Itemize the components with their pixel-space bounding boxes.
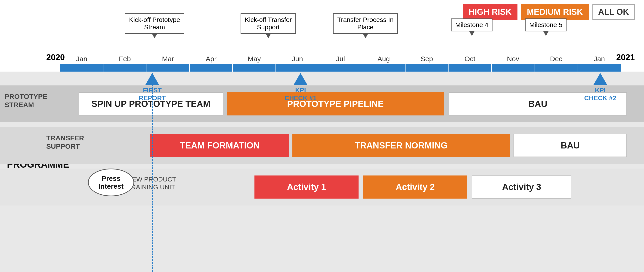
month-mar: Mar — [146, 55, 190, 64]
milestone-kpi1: KPICHECK #1 — [284, 73, 316, 102]
month-apr: Apr — [190, 55, 232, 64]
callout-kickoff-transfer-text: Kick-off TransferSupport — [245, 16, 292, 31]
month-aug: Aug — [362, 55, 405, 64]
callout-kickoff-transfer: Kick-off TransferSupport — [240, 13, 296, 34]
main-content: INNOVATIONPROGRAMME PROTOTYPESTREAM SPIN… — [0, 72, 644, 272]
activity1-label: Activity 1 — [287, 182, 326, 192]
callout-milestone5-text: Milestone 5 — [529, 21, 562, 28]
callout-milestone4-text: Milestone 4 — [455, 21, 488, 28]
callout-kickoff-prototype: Kick-off PrototypeStream — [125, 13, 184, 34]
transfer-support-label: TRANSFERSUPPORT — [46, 134, 84, 150]
activity3-bar: Activity 3 — [472, 175, 571, 199]
kpi2-triangle — [593, 73, 607, 85]
month-nov: Nov — [492, 55, 534, 64]
activity1-bar: Activity 1 — [254, 175, 358, 199]
month-feb: Feb — [103, 55, 146, 64]
training-unit-label: NEW PRODUCTTRAINING UNIT — [127, 175, 176, 191]
legend-high-risk: HIGH RISK — [463, 4, 518, 20]
callout-transfer-process-text: Transfer Process InPlace — [337, 16, 394, 31]
bau2-label: BAU — [561, 141, 580, 150]
team-formation-label: TEAM FORMATION — [180, 141, 260, 150]
bau1-label: BAU — [528, 99, 547, 109]
prototype-pipeline-bar: PROTOTYPE PIPELINE — [227, 92, 444, 116]
callout-kickoff-prototype-text: Kick-off PrototypeStream — [129, 16, 180, 31]
legend-medium-risk: MEDIUM RISK — [521, 4, 589, 20]
month-dec: Dec — [534, 55, 578, 64]
press-interest: PressInterest — [88, 168, 134, 196]
transfer-norming-label: TRANSFER NORMING — [354, 141, 448, 150]
month-jan1: Jan — [60, 55, 103, 64]
press-interest-label: PressInterest — [98, 175, 124, 190]
transfer-norming-bar: TRANSFER NORMING — [292, 134, 510, 157]
month-jun: Jun — [276, 55, 319, 64]
current-date-line — [152, 73, 153, 272]
month-oct: Oct — [448, 55, 491, 64]
legend: HIGH RISK MEDIUM RISK ALL OK — [463, 4, 635, 20]
activity3-label: Activity 3 — [502, 182, 541, 192]
kpi1-triangle — [294, 73, 308, 85]
callout-milestone5: Milestone 5 — [525, 18, 566, 31]
kpi2-label: KPICHECK #2 — [584, 86, 616, 102]
bau2-bar: BAU — [514, 134, 627, 157]
prototype-stream-row: PROTOTYPESTREAM SPIN UP PROTOTYPE TEAM P… — [0, 85, 644, 122]
milestone-kpi2: KPICHECK #2 — [584, 73, 616, 102]
activity2-label: Activity 2 — [396, 182, 435, 192]
month-may: May — [233, 55, 276, 64]
month-jan2: Jan — [578, 55, 621, 64]
legend-all-ok: ALL OK — [592, 4, 635, 20]
activity2-bar: Activity 2 — [363, 175, 467, 199]
prototype-stream-label: PROTOTYPESTREAM — [5, 92, 47, 109]
transfer-support-row: TRANSFERSUPPORT TEAM FORMATION TRANSFER … — [0, 127, 644, 164]
month-sep: Sep — [405, 55, 448, 64]
month-bar: 2020 2021 Jan Feb Mar Apr May Jun Jul Au… — [46, 55, 635, 67]
callout-milestone4: Milestone 4 — [451, 18, 492, 31]
team-formation-bar: TEAM FORMATION — [150, 134, 289, 157]
callout-transfer-process: Transfer Process InPlace — [333, 13, 398, 34]
kpi1-label: KPICHECK #1 — [284, 86, 316, 102]
month-jul: Jul — [319, 55, 362, 64]
